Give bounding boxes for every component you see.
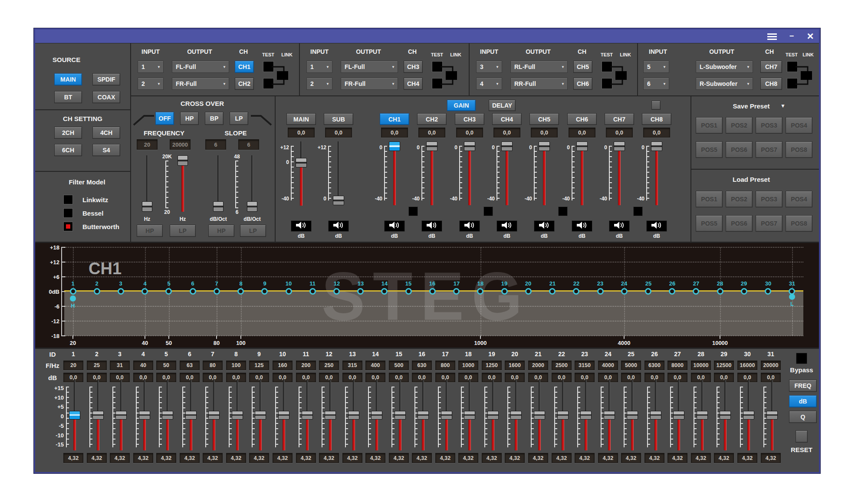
mute-button[interactable]: [459, 220, 480, 232]
eq-band-db-field[interactable]: 0,0: [714, 373, 734, 382]
save-preset-button-pos6[interactable]: POS6: [726, 141, 753, 158]
eq-band-q-field[interactable]: 4,32: [296, 453, 316, 463]
gain-channel-button-main[interactable]: MAIN: [286, 113, 316, 125]
eq-band-slider-handle[interactable]: [743, 411, 754, 420]
eq-band-db-field[interactable]: 0,0: [737, 373, 757, 382]
eq-point[interactable]: [118, 288, 124, 295]
eq-band-freq-field[interactable]: 20: [63, 361, 83, 370]
eq-band-db-field[interactable]: 0,0: [226, 373, 246, 382]
gain-tab-delay[interactable]: DELAY: [489, 100, 516, 111]
eq-band-q-field[interactable]: 4,32: [87, 453, 107, 463]
ch-setting-button-4ch[interactable]: 4CH: [92, 127, 120, 139]
eq-band-q-field[interactable]: 4,32: [552, 453, 572, 463]
eq-band-slider-handle[interactable]: [255, 411, 266, 420]
eq-band-slider-handle[interactable]: [371, 411, 382, 420]
eq-band-slider-handle[interactable]: [302, 411, 313, 420]
eq-point[interactable]: [94, 288, 100, 295]
eq-band-db-field[interactable]: 0,0: [63, 373, 83, 382]
eq-band-slider-handle[interactable]: [139, 411, 150, 420]
eq-band-db-field[interactable]: 0,0: [365, 373, 385, 382]
eq-band-freq-field[interactable]: 20000: [761, 361, 781, 370]
eq-point[interactable]: [357, 288, 364, 295]
save-preset-button-pos7[interactable]: POS7: [756, 141, 783, 158]
save-preset-button-pos8[interactable]: POS8: [786, 141, 812, 158]
eq-band-freq-field[interactable]: 500: [389, 361, 409, 370]
eq-band-freq-field[interactable]: 1600: [505, 361, 525, 370]
eq-band-slider-handle[interactable]: [232, 411, 243, 420]
eq-band-slider-handle[interactable]: [278, 411, 289, 420]
eq-band-freq-field[interactable]: 125: [249, 361, 269, 370]
eq-point[interactable]: [141, 288, 148, 295]
eq-band-db-field[interactable]: 0,0: [482, 373, 502, 382]
eq-band-q-field[interactable]: 4,32: [505, 453, 525, 463]
gain-fader-handle[interactable]: [539, 141, 550, 151]
io-ch-button-ch8[interactable]: CH8: [760, 78, 782, 90]
eq-band-q-field[interactable]: 4,32: [761, 453, 781, 463]
mute-button[interactable]: [421, 220, 442, 232]
crossover-filter-button-lp-1[interactable]: LP: [170, 225, 196, 237]
crossover-mode-bp[interactable]: BP: [205, 112, 224, 125]
save-preset-button-pos3[interactable]: POS3: [756, 117, 783, 134]
load-preset-button-pos1[interactable]: POS1: [696, 191, 723, 207]
eq-band-freq-field[interactable]: 400: [365, 361, 385, 370]
eq-point[interactable]: [429, 288, 436, 295]
eq-band-freq-field[interactable]: 80: [203, 361, 223, 370]
reset-button[interactable]: [796, 430, 808, 443]
eq-band-slider-handle[interactable]: [557, 411, 569, 420]
channel-pair-link-checkbox[interactable]: [633, 207, 643, 216]
load-preset-button-pos7[interactable]: POS7: [756, 215, 783, 232]
eq-band-freq-field[interactable]: 2500: [552, 361, 572, 370]
eq-band-db-field[interactable]: 0,0: [87, 373, 107, 382]
eq-band-db-field[interactable]: 0,0: [273, 373, 293, 382]
eq-band-db-field[interactable]: 0,0: [319, 373, 339, 382]
eq-point[interactable]: [645, 288, 651, 295]
link-group-checkbox[interactable]: [610, 61, 631, 90]
io-ch-button-ch5[interactable]: CH5: [573, 61, 592, 73]
eq-band-slider-handle[interactable]: [510, 411, 522, 420]
gain-option-checkbox[interactable]: [651, 101, 661, 110]
gain-channel-button-ch7[interactable]: CH7: [605, 113, 634, 125]
gain-channel-button-ch1[interactable]: CH1: [380, 113, 409, 125]
eq-band-db-field[interactable]: 0,0: [458, 373, 478, 382]
eq-band-slider-handle[interactable]: [650, 411, 661, 420]
io-ch-button-ch3[interactable]: CH3: [404, 61, 423, 73]
eq-band-slider-handle[interactable]: [92, 411, 104, 420]
eq-band-db-field[interactable]: 0,0: [621, 373, 641, 382]
gain-fader-handle[interactable]: [296, 158, 307, 167]
eq-band-q-field[interactable]: 4,32: [342, 453, 362, 463]
crossover-value-field[interactable]: 20: [137, 139, 158, 150]
eq-point[interactable]: [573, 288, 579, 295]
filter-model-checkbox-bessel[interactable]: [63, 208, 73, 218]
eq-band-db-field[interactable]: 0,0: [435, 373, 455, 382]
eq-point[interactable]: [669, 288, 675, 295]
crossover-value-field[interactable]: 6: [205, 139, 226, 150]
gain-fader-handle[interactable]: [464, 141, 475, 151]
io-ch-button-ch1[interactable]: CH1: [235, 61, 254, 73]
gain-value-field[interactable]: 0,0: [493, 128, 520, 138]
eq-band-freq-field[interactable]: 50: [156, 361, 176, 370]
gain-value-field[interactable]: 0,0: [325, 128, 352, 138]
eq-band-q-field[interactable]: 4,32: [226, 453, 246, 463]
save-preset-button-pos5[interactable]: POS5: [696, 141, 723, 158]
load-preset-button-pos2[interactable]: POS2: [726, 191, 753, 207]
eq-band-slider-handle[interactable]: [418, 411, 429, 420]
io-input-select[interactable]: 1▼: [306, 61, 332, 73]
eq-band-q-field[interactable]: 4,32: [598, 453, 618, 463]
crossover-slider-handle[interactable]: [213, 201, 224, 212]
eq-band-freq-field[interactable]: 2000: [528, 361, 548, 370]
load-preset-button-pos5[interactable]: POS5: [696, 215, 723, 232]
eq-band-q-field[interactable]: 4,32: [63, 453, 83, 463]
eq-band-q-field[interactable]: 4,32: [133, 453, 153, 463]
eq-point[interactable]: [525, 288, 532, 295]
eq-band-freq-field[interactable]: 5000: [621, 361, 641, 370]
eq-band-db-field[interactable]: 0,0: [342, 373, 362, 382]
gain-value-field[interactable]: 0,0: [381, 128, 408, 138]
bypass-checkbox[interactable]: [796, 353, 807, 364]
crossover-filter-button-hp-2[interactable]: HP: [208, 225, 234, 237]
eq-band-db-field[interactable]: 0,0: [691, 373, 711, 382]
eq-band-slider-handle[interactable]: [487, 411, 499, 420]
eq-point[interactable]: [286, 288, 292, 295]
save-preset-button-pos4[interactable]: POS4: [786, 117, 812, 134]
eq-band-q-field[interactable]: 4,32: [644, 453, 664, 463]
eq-edit-mode-button-freq[interactable]: FREQ: [789, 380, 817, 392]
